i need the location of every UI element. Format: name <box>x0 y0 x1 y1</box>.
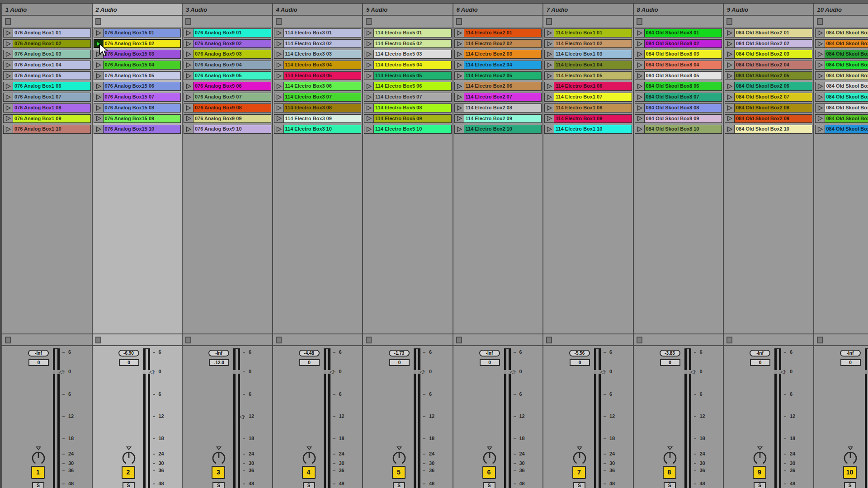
clip-slot[interactable]: 076 Analog Box9 07 <box>184 93 271 102</box>
track-title[interactable]: 10 Audio <box>814 4 868 16</box>
clip-slot[interactable]: 114 Electro Box2 06 <box>454 82 542 91</box>
stop-all-clips-button[interactable] <box>276 337 282 343</box>
clip-slot[interactable]: 114 Electro Box1 04 <box>544 61 632 70</box>
clip-slot[interactable]: 114 Electro Box5 10 <box>364 125 452 134</box>
clip-play-button[interactable] <box>274 104 284 112</box>
clip-play-button[interactable] <box>455 61 464 69</box>
clip-slot[interactable]: 114 Electro Box5 03 <box>364 50 452 59</box>
clip-play-button[interactable] <box>635 93 645 101</box>
clip-slot[interactable]: 114 Electro Box5 09 <box>364 114 452 123</box>
clip-slot[interactable]: 114 Electro Box1 06 <box>544 82 632 91</box>
clip-play-button[interactable] <box>725 40 735 48</box>
clip-play-button[interactable] <box>545 93 554 101</box>
clip-slot[interactable]: 084 Old Skool Box2 05 <box>725 71 812 80</box>
track-activator-button[interactable]: 2 <box>122 466 135 479</box>
clip-slot[interactable]: 084 Old Skool Box <box>815 125 868 134</box>
clip-play-button[interactable] <box>364 82 374 90</box>
clip-slot[interactable]: 076 Analog Box1 03 <box>3 50 91 59</box>
clip-play-button[interactable] <box>725 115 735 123</box>
clip-play-button[interactable] <box>635 104 645 112</box>
clip-play-button[interactable] <box>184 125 193 133</box>
pan-knob[interactable] <box>481 446 498 466</box>
clip-play-button[interactable] <box>816 61 825 69</box>
gain-display[interactable]: 0 <box>28 359 49 366</box>
clip-play-button[interactable] <box>364 125 374 133</box>
track-activator-button[interactable]: 3 <box>212 466 225 479</box>
clip-play-button[interactable] <box>455 104 464 112</box>
pan-knob[interactable] <box>752 446 768 466</box>
solo-button[interactable]: S <box>32 482 44 488</box>
clip-slot[interactable]: 114 Electro Box3 04 <box>274 61 362 70</box>
clip-play-button[interactable] <box>4 61 13 69</box>
clip-slot[interactable]: 076 Analog Box9 10 <box>184 125 271 134</box>
pan-knob[interactable] <box>211 446 227 466</box>
clip-slot[interactable]: 084 Old Skool Box <box>815 71 868 80</box>
clip-play-button[interactable] <box>635 40 645 48</box>
solo-button[interactable]: S <box>664 482 676 488</box>
clip-play-button[interactable] <box>274 82 284 90</box>
clip-play-button[interactable] <box>455 82 464 90</box>
clip-play-button[interactable] <box>635 125 645 133</box>
pan-knob[interactable] <box>571 446 588 466</box>
clip-play-button[interactable] <box>184 50 193 58</box>
track-activator-button[interactable]: 10 <box>843 466 857 479</box>
clip-play-button[interactable] <box>4 40 13 48</box>
clip-slot[interactable]: 114 Electro Box5 06 <box>364 82 452 91</box>
clip-slot[interactable]: 076 Analog Box9 09 <box>184 114 271 123</box>
clip-play-button[interactable] <box>364 50 374 58</box>
clip-play-button[interactable] <box>364 61 374 69</box>
clip-play-button[interactable] <box>4 72 13 80</box>
stop-all-clips-button[interactable] <box>5 337 11 343</box>
clip-play-button[interactable] <box>94 104 104 112</box>
clip-play-button[interactable] <box>4 115 13 123</box>
clip-stop-button[interactable] <box>95 18 101 25</box>
pan-knob[interactable] <box>301 446 317 466</box>
clip-slot[interactable]: 076 Analog Box15 10 <box>94 125 181 134</box>
clip-slot[interactable]: 084 Old Skool Box2 02 <box>725 39 812 48</box>
clip-play-button[interactable] <box>274 93 284 101</box>
clip-play-button[interactable] <box>816 82 825 90</box>
clip-play-button[interactable] <box>4 104 13 112</box>
clip-slot[interactable]: 084 Old Skool Box2 06 <box>725 82 812 91</box>
track-title[interactable]: 8 Audio <box>634 4 723 16</box>
clip-play-button[interactable] <box>725 125 735 133</box>
clip-play-button[interactable] <box>274 50 284 58</box>
clip-slot[interactable]: 084 Old Skool Box2 09 <box>725 114 812 123</box>
pan-knob[interactable] <box>662 446 678 466</box>
clip-play-button[interactable] <box>545 72 554 80</box>
solo-button[interactable]: S <box>844 482 856 488</box>
clip-stop-button[interactable] <box>726 18 732 25</box>
clip-slot[interactable]: 076 Analog Box15 05 <box>94 71 181 80</box>
clip-slot[interactable]: 114 Electro Box2 01 <box>454 28 542 38</box>
clip-play-button[interactable] <box>184 104 193 112</box>
clip-slot[interactable]: 084 Old Skool Box8 02 <box>635 39 722 48</box>
clip-play-button[interactable] <box>725 93 735 101</box>
clip-play-button[interactable] <box>725 61 735 69</box>
clip-play-button[interactable] <box>94 93 104 101</box>
clip-play-button[interactable] <box>635 82 645 90</box>
clip-play-button[interactable] <box>455 93 464 101</box>
clip-play-button[interactable] <box>94 125 104 133</box>
clip-play-button[interactable] <box>635 115 645 123</box>
clip-slot[interactable]: 076 Analog Box15 09 <box>94 114 181 123</box>
clip-slot[interactable]: 084 Old Skool Box8 06 <box>635 82 722 91</box>
clip-slot[interactable]: 084 Old Skool Box2 08 <box>725 103 812 113</box>
clip-stop-button[interactable] <box>276 18 282 25</box>
clip-slot[interactable]: 076 Analog Box9 03 <box>184 50 271 59</box>
clip-slot[interactable]: 114 Electro Box1 07 <box>544 93 632 102</box>
clip-slot[interactable]: 114 Electro Box2 04 <box>454 61 542 70</box>
clip-play-button[interactable] <box>274 29 284 37</box>
clip-play-button[interactable] <box>274 125 284 133</box>
clip-slot[interactable]: 114 Electro Box5 05 <box>364 71 452 80</box>
clip-slot[interactable]: 114 Electro Box3 07 <box>274 93 362 102</box>
clip-slot[interactable]: 084 Old Skool Box8 10 <box>635 125 722 134</box>
clip-slot[interactable]: 084 Old Skool Box <box>815 82 868 91</box>
clip-play-button[interactable] <box>94 61 104 69</box>
clip-stop-button[interactable] <box>637 18 642 25</box>
clip-slot[interactable]: 084 Old Skool Box2 01 <box>725 28 812 38</box>
clip-slot[interactable]: 076 Analog Box1 10 <box>3 125 91 134</box>
peak-level-display[interactable]: -5.56 <box>569 350 590 357</box>
gain-display[interactable]: 0 <box>750 359 770 366</box>
gain-display[interactable]: 0 <box>570 359 590 366</box>
gain-display[interactable]: 0 <box>389 359 410 366</box>
